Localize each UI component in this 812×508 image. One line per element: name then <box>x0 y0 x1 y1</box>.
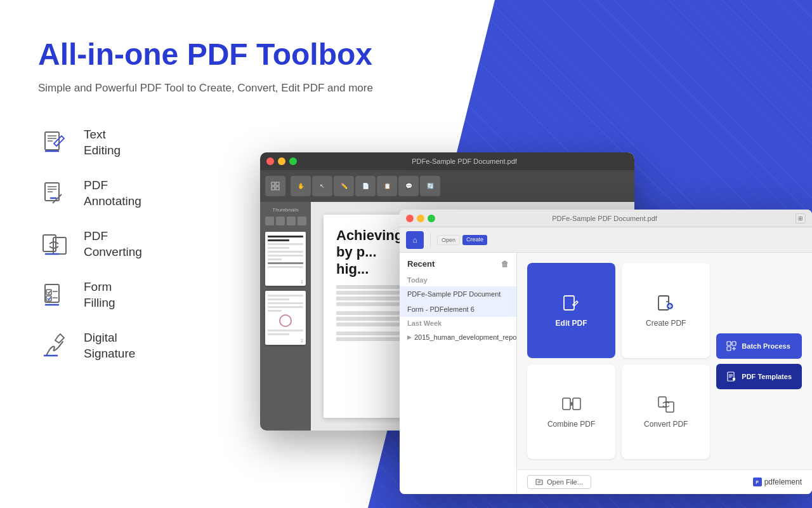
home-footer: Open File... P pdfelement <box>517 469 812 494</box>
wf-minimize-dot <box>417 215 424 222</box>
back-window-titlebar: PDFe-Sample PDF Document.pdf <box>260 152 634 170</box>
toolbar-comment-btn[interactable]: 💬 <box>398 176 419 196</box>
recent-item-1[interactable]: Form - PDFelement 6 <box>400 302 516 317</box>
pdf-annotating-icon <box>38 177 71 210</box>
back-window-toolbar: ✋ ↖ ✏️ 📄 📋 💬 🔄 <box>260 170 634 202</box>
text-editing-label: Text Editing <box>84 127 121 158</box>
thumb-ctrl-2[interactable] <box>276 217 285 225</box>
thumbnail-1[interactable]: 1 <box>265 232 306 286</box>
toolbar-hand-btn[interactable]: ✋ <box>291 176 311 196</box>
svg-rect-22 <box>276 187 279 190</box>
clear-recent-btn[interactable]: 🗑 <box>501 260 509 269</box>
svg-rect-29 <box>573 398 580 410</box>
wf-close-dot <box>406 215 414 222</box>
digital-signature-label: Digital Signature <box>84 330 135 361</box>
thumb-ctrl-search[interactable] <box>298 217 306 225</box>
page-subtitle: Simple and Powerful PDF Tool to Create, … <box>38 82 774 95</box>
convert-pdf-label: Convert PDF <box>644 420 688 429</box>
toolbar-page-btn[interactable]: 📄 <box>355 176 376 196</box>
toolbar-actions: Open Create <box>437 235 487 245</box>
pdf-logo-icon: P <box>753 478 762 486</box>
create-pdf-icon <box>656 293 676 314</box>
digital-signature-icon <box>38 330 71 363</box>
edit-pdf-card[interactable]: Edit PDF <box>527 263 615 358</box>
convert-pdf-card[interactable]: Convert PDF <box>622 364 710 460</box>
recent-panel: Recent 🗑 Today PDFe-Sample PDF Document … <box>400 253 517 494</box>
back-window-title: PDFe-Sample PDF Document.pdf <box>301 157 628 165</box>
create-pdf-label: Create PDF <box>646 319 686 328</box>
templates-icon <box>726 371 737 382</box>
page-title: All-in-one PDF Toolbox <box>38 38 774 72</box>
svg-rect-21 <box>272 187 275 190</box>
thumbnails-label: Thumbnails <box>272 207 298 213</box>
form-filling-icon <box>38 279 71 312</box>
front-window-title: PDFe-Sample PDF Document.pdf <box>435 215 774 222</box>
thumb-ctrl-3[interactable] <box>287 217 296 225</box>
thumbnail-list: 1 2 <box>263 229 308 347</box>
svg-rect-20 <box>276 182 279 185</box>
toolbar-form-btn[interactable]: 📋 <box>377 176 397 196</box>
cards-and-buttons: Edit PDF Create PDF <box>517 253 812 469</box>
side-buttons: Batch Process PDF Templates <box>716 263 802 459</box>
svg-rect-34 <box>727 347 731 351</box>
batch-process-label: Batch Process <box>742 342 790 350</box>
cards-grid: Edit PDF Create PDF <box>527 263 710 459</box>
toolbar-select-btn[interactable]: ↖ <box>312 176 332 196</box>
maximize-dot <box>289 157 297 165</box>
last-week-label: Last Week <box>400 317 516 330</box>
pdfelement-logo-text: pdfelement <box>764 478 802 486</box>
svg-rect-19 <box>272 182 275 185</box>
wf-maximize-dot <box>428 215 435 222</box>
minimize-dot <box>278 157 285 165</box>
recent-item-0[interactable]: PDFe-Sample PDF Document <box>400 286 516 302</box>
close-dot <box>266 157 274 165</box>
combine-pdf-card[interactable]: Combine PDF <box>527 364 615 460</box>
thumb-ctrl-1[interactable] <box>265 217 274 225</box>
pdf-converting-icon <box>38 228 71 261</box>
edit-pdf-label: Edit PDF <box>556 319 587 328</box>
create-pdf-card[interactable]: Create PDF <box>622 263 710 358</box>
batch-icon <box>726 341 737 351</box>
text-editing-icon <box>38 126 71 159</box>
svg-rect-12 <box>45 284 59 302</box>
svg-rect-24 <box>658 296 669 310</box>
pdf-annotating-label: PDF Annotating <box>84 178 141 209</box>
form-filling-label: Form Filling <box>84 279 115 311</box>
page-1-number: 1 <box>301 279 303 284</box>
svg-rect-28 <box>563 398 570 410</box>
front-window-titlebar: PDFe-Sample PDF Document.pdf ⊞ <box>400 210 812 227</box>
thumbnails-panel: Thumbnails <box>260 202 311 431</box>
home-area: Edit PDF Create PDF <box>517 253 812 494</box>
thumbnail-controls <box>265 217 306 225</box>
convert-pdf-icon <box>656 394 676 415</box>
pdf-templates-label: PDF Templates <box>742 373 792 380</box>
combine-pdf-icon <box>561 394 582 415</box>
combine-pdf-label: Combine PDF <box>547 420 595 429</box>
toolbar-edit-btn[interactable]: ✏️ <box>334 176 354 196</box>
toolbar-view-btn[interactable] <box>265 176 285 196</box>
svg-rect-32 <box>727 342 731 345</box>
pdf-templates-btn[interactable]: PDF Templates <box>716 364 802 389</box>
svg-rect-33 <box>732 342 736 345</box>
home-button[interactable]: ⌂ <box>406 231 424 249</box>
toolbar-convert-btn[interactable]: 🔄 <box>420 176 440 196</box>
create-btn[interactable]: Create <box>462 235 487 245</box>
front-window-toolbar: ⌂ Open Create <box>400 227 812 253</box>
open-file-btn[interactable]: Open File... <box>527 475 591 489</box>
wf-fullscreen-btn[interactable]: ⊞ <box>796 213 806 224</box>
svg-rect-23 <box>564 296 574 310</box>
pdfelement-logo-area: P pdfelement <box>753 478 802 486</box>
front-window-main: Recent 🗑 Today PDFe-Sample PDF Document … <box>400 253 812 494</box>
open-file-icon <box>535 478 543 486</box>
pdf-converting-label: PDF Converting <box>84 229 142 260</box>
recent-item-lw-0[interactable]: ▶ 2015_human_development_report <box>400 330 516 345</box>
page-2-number: 2 <box>301 338 303 343</box>
open-btn[interactable]: Open <box>437 235 460 245</box>
open-file-label: Open File... <box>547 478 583 486</box>
batch-process-btn[interactable]: Batch Process <box>716 333 802 359</box>
today-label: Today <box>400 274 516 286</box>
recent-title: Recent <box>407 259 435 269</box>
thumbnail-2[interactable]: 2 <box>265 291 306 345</box>
recent-header: Recent 🗑 <box>400 259 516 274</box>
edit-pdf-icon <box>561 293 582 314</box>
